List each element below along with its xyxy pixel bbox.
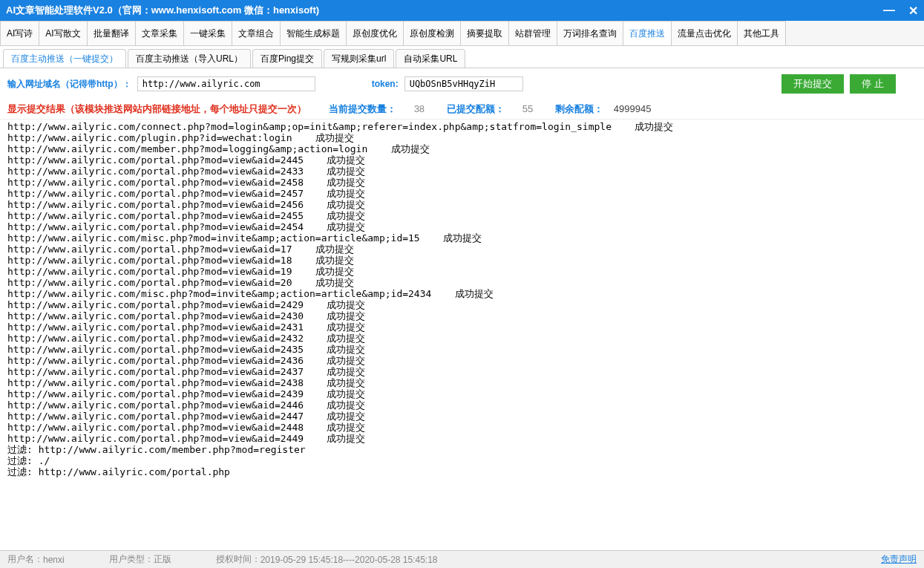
tab-0[interactable]: AI写诗 xyxy=(0,21,39,45)
result-line: http://www.ailyric.com/portal.php?mod=vi… xyxy=(7,154,917,166)
token-input[interactable] xyxy=(404,76,523,91)
auth-value: 2019-05-29 15:45:18----2020-05-28 15:45:… xyxy=(261,555,438,565)
result-line: http://www.ailyric.com/portal.php?mod=vi… xyxy=(7,177,917,188)
tab-8[interactable]: 原创度检测 xyxy=(403,21,461,45)
result-line: http://www.ailyric.com/portal.php?mod=vi… xyxy=(7,399,917,411)
tab-14[interactable]: 其他工具 xyxy=(737,21,786,45)
result-line: 过滤: http://www.ailyric.com/portal.php xyxy=(7,466,917,477)
subtab-3[interactable]: 写规则采集url xyxy=(324,49,394,68)
subtab-2[interactable]: 百度Ping提交 xyxy=(252,49,322,68)
result-line: http://www.ailyric.com/member.php?mod=lo… xyxy=(7,143,917,154)
window-titlebar: AI文章智能处理软件V2.0（官网：www.henxisoft.com 微信：h… xyxy=(0,0,924,21)
tab-6[interactable]: 智能生成标题 xyxy=(280,21,347,45)
result-line: 过滤: http://www.ailyric.com/member.php?mo… xyxy=(7,444,917,455)
current-value: 38 xyxy=(414,103,425,114)
tab-12[interactable]: 百度推送 xyxy=(623,21,672,45)
tab-10[interactable]: 站群管理 xyxy=(508,21,557,45)
disclaimer-link[interactable]: 免责声明 xyxy=(881,553,917,566)
result-line: http://www.ailyric.com/portal.php?mod=vi… xyxy=(7,411,917,422)
result-line: http://www.ailyric.com/portal.php?mod=vi… xyxy=(7,366,917,377)
result-line: http://www.ailyric.com/portal.php?mod=vi… xyxy=(7,221,917,232)
result-line: http://www.ailyric.com/portal.php?mod=vi… xyxy=(7,244,917,255)
tab-1[interactable]: AI写散文 xyxy=(39,21,87,45)
result-line: 过滤: ./ xyxy=(7,455,917,466)
result-line: http://www.ailyric.com/portal.php?mod=vi… xyxy=(7,422,917,433)
result-line: http://www.ailyric.com/plugin.php?id=wec… xyxy=(7,132,917,143)
tab-9[interactable]: 摘要提取 xyxy=(460,21,509,45)
results-panel[interactable]: http://www.ailyric.com/connect.php?mod=l… xyxy=(0,119,924,511)
domain-input[interactable] xyxy=(137,76,315,91)
tab-11[interactable]: 万词排名查询 xyxy=(557,21,623,45)
subtab-0[interactable]: 百度主动推送（一键提交） xyxy=(3,49,126,68)
result-line: http://www.ailyric.com/connect.php?mod=l… xyxy=(7,121,917,132)
stop-button[interactable]: 停 止 xyxy=(850,74,896,94)
result-line: http://www.ailyric.com/portal.php?mod=vi… xyxy=(7,277,917,288)
subtab-1[interactable]: 百度主动推送（导入URL） xyxy=(128,49,251,68)
token-label: token: xyxy=(372,79,399,89)
remain-label: 剩余配额： xyxy=(555,103,603,114)
start-button[interactable]: 开始提交 xyxy=(782,74,844,94)
quota-label: 已提交配额： xyxy=(447,103,505,114)
tab-7[interactable]: 原创度优化 xyxy=(346,21,404,45)
input-row: 输入网址域名（记得带http）： token: 开始提交 停 止 xyxy=(0,68,924,99)
user-type-label: 用户类型： xyxy=(109,553,154,566)
result-line: http://www.ailyric.com/portal.php?mod=vi… xyxy=(7,333,917,344)
window-title: AI文章智能处理软件V2.0（官网：www.henxisoft.com 微信：h… xyxy=(6,4,319,17)
minimize-icon[interactable]: — xyxy=(883,4,895,17)
remain-value: 4999945 xyxy=(614,103,652,114)
tab-3[interactable]: 文章采集 xyxy=(135,21,184,45)
stats-row: 显示提交结果（该模块推送网站内部链接地址，每个地址只提交一次） 当前提交数量： … xyxy=(0,99,924,119)
domain-label: 输入网址域名（记得带http）： xyxy=(7,78,131,91)
result-line: http://www.ailyric.com/misc.php?mod=invi… xyxy=(7,232,917,244)
user-value: henxi xyxy=(43,555,65,565)
tab-4[interactable]: 一键采集 xyxy=(183,21,232,45)
result-label: 显示提交结果（该模块推送网站内部链接地址，每个地址只提交一次） xyxy=(7,102,307,116)
result-line: http://www.ailyric.com/portal.php?mod=vi… xyxy=(7,255,917,266)
result-line: http://www.ailyric.com/portal.php?mod=vi… xyxy=(7,310,917,321)
current-label: 当前提交数量： xyxy=(329,103,396,114)
result-line: http://www.ailyric.com/portal.php?mod=vi… xyxy=(7,344,917,355)
quota-value: 55 xyxy=(522,103,533,114)
tab-13[interactable]: 流量点击优化 xyxy=(671,21,738,45)
result-line: http://www.ailyric.com/portal.php?mod=vi… xyxy=(7,321,917,333)
result-line: http://www.ailyric.com/portal.php?mod=vi… xyxy=(7,377,917,388)
tab-2[interactable]: 批量翻译 xyxy=(87,21,136,45)
sub-tabs: 百度主动推送（一键提交）百度主动推送（导入URL）百度Ping提交写规则采集ur… xyxy=(0,46,924,68)
user-label: 用户名： xyxy=(7,553,43,566)
result-line: http://www.ailyric.com/portal.php?mod=vi… xyxy=(7,299,917,310)
user-type-value: 正版 xyxy=(154,553,171,566)
auth-label: 授权时间： xyxy=(216,553,261,566)
close-icon[interactable]: ✕ xyxy=(908,4,918,18)
result-line: http://www.ailyric.com/portal.php?mod=vi… xyxy=(7,199,917,210)
result-line: http://www.ailyric.com/portal.php?mod=vi… xyxy=(7,210,917,221)
result-line: http://www.ailyric.com/portal.php?mod=vi… xyxy=(7,355,917,366)
result-line: http://www.ailyric.com/portal.php?mod=vi… xyxy=(7,188,917,199)
status-bar: 用户名： henxi 用户类型： 正版 授权时间： 2019-05-29 15:… xyxy=(0,550,924,568)
result-line: http://www.ailyric.com/misc.php?mod=invi… xyxy=(7,288,917,299)
result-line: http://www.ailyric.com/portal.php?mod=vi… xyxy=(7,388,917,399)
result-line: http://www.ailyric.com/portal.php?mod=vi… xyxy=(7,433,917,444)
main-tabs: AI写诗AI写散文批量翻译文章采集一键采集文章组合智能生成标题原创度优化原创度检… xyxy=(0,21,924,46)
result-line: http://www.ailyric.com/portal.php?mod=vi… xyxy=(7,266,917,277)
subtab-4[interactable]: 自动采集URL xyxy=(396,49,465,68)
tab-5[interactable]: 文章组合 xyxy=(232,21,281,45)
result-line: http://www.ailyric.com/portal.php?mod=vi… xyxy=(7,166,917,177)
